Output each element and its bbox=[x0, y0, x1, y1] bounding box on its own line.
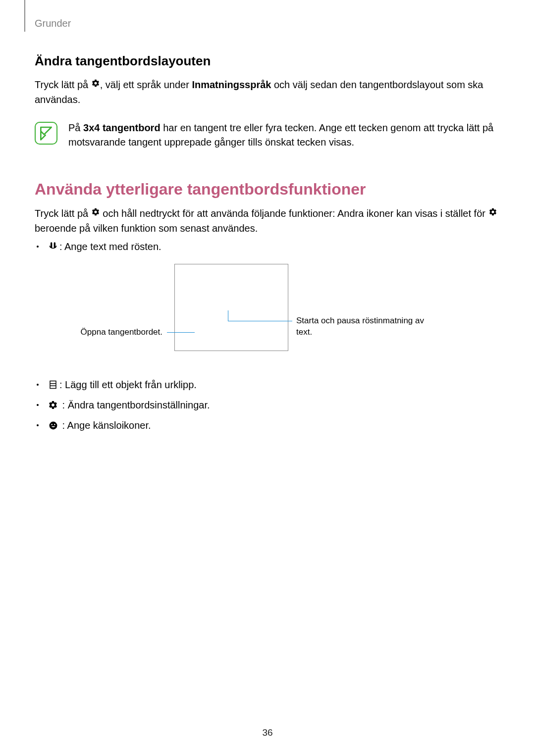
mic-icon bbox=[48, 241, 58, 252]
paragraph-functions: Tryck lätt på och håll nedtryckt för att… bbox=[35, 206, 500, 236]
text-bold: 3x4 tangentbord bbox=[83, 122, 160, 133]
section-heading-functions: Använda ytterligare tangentbordsfunktion… bbox=[35, 180, 500, 199]
bullet-dot-icon bbox=[37, 424, 39, 426]
bullet-dot-icon bbox=[37, 246, 39, 248]
bullet-text: : Ändra tangentbordsinställningar. bbox=[48, 398, 210, 412]
bullet-voice: : Ange text med rösten. bbox=[37, 240, 500, 254]
bullet-dot-icon bbox=[37, 384, 39, 386]
gear-icon bbox=[48, 400, 58, 410]
note-text: På 3x4 tangentbord har en tangent tre el… bbox=[68, 121, 500, 150]
header-accent-bar bbox=[24, 0, 25, 32]
text-fragment: och håll nedtryckt för att använda följa… bbox=[100, 208, 488, 219]
page-content: Ändra tangentbordslayouten Tryck lätt på… bbox=[35, 53, 500, 433]
diagram-placeholder-box bbox=[174, 264, 288, 351]
diagram-leader-line bbox=[167, 332, 195, 333]
note-icon bbox=[35, 122, 57, 145]
gear-icon bbox=[91, 77, 100, 92]
section-heading-layout: Ändra tangentbordslayouten bbox=[35, 53, 500, 69]
paragraph-layout: Tryck lätt på , välj ett språk under Inm… bbox=[35, 78, 500, 107]
smiley-icon bbox=[48, 420, 58, 431]
diagram-leader-line bbox=[228, 310, 228, 321]
bullet-clipboard: : Lägg till ett objekt från urklipp. bbox=[37, 378, 500, 392]
svg-point-3 bbox=[49, 421, 57, 429]
diagram-label-left: Öppna tangentbordet. bbox=[81, 327, 162, 337]
bullet-settings: : Ändra tangentbordsinställningar. bbox=[37, 398, 500, 412]
bullet-text: : Lägg till ett objekt från urklipp. bbox=[48, 378, 197, 392]
bullet-emoticons: : Ange känsloikoner. bbox=[37, 418, 500, 433]
voice-input-diagram: Öppna tangentbordet. Starta och pausa rö… bbox=[35, 264, 500, 371]
bullet-text: : Ange text med rösten. bbox=[48, 240, 161, 254]
text-fragment: : Ange text med rösten. bbox=[59, 241, 161, 252]
bullet-dot-icon bbox=[37, 404, 39, 406]
text-fragment: : Lägg till ett objekt från urklipp. bbox=[59, 379, 197, 390]
text-fragment: : Ändra tangentbordsinställningar. bbox=[59, 400, 210, 410]
text-fragment: : Ange känsloikoner. bbox=[59, 420, 151, 431]
diagram-label-right: Starta och pausa röstinmatning av text. bbox=[296, 315, 435, 338]
running-header: Grunder bbox=[35, 18, 71, 29]
svg-point-4 bbox=[51, 424, 53, 425]
gear-icon bbox=[488, 206, 497, 220]
diagram-leader-line bbox=[228, 321, 292, 321]
bullet-text: : Ange känsloikoner. bbox=[48, 418, 151, 433]
clipboard-icon bbox=[48, 379, 58, 390]
text-fragment: På bbox=[68, 122, 83, 133]
text-fragment: Tryck lätt på bbox=[35, 208, 91, 219]
svg-rect-0 bbox=[50, 381, 56, 389]
text-fragment: beroende på vilken funktion som senast a… bbox=[35, 223, 258, 234]
svg-point-5 bbox=[54, 424, 55, 425]
note-callout: På 3x4 tangentbord har en tangent tre el… bbox=[35, 121, 500, 150]
text-fragment: , välj ett språk under bbox=[100, 79, 192, 90]
text-fragment: Tryck lätt på bbox=[35, 79, 91, 90]
gear-icon bbox=[91, 206, 100, 220]
text-bold: Inmatningsspråk bbox=[192, 79, 271, 90]
page-number: 36 bbox=[0, 727, 535, 738]
